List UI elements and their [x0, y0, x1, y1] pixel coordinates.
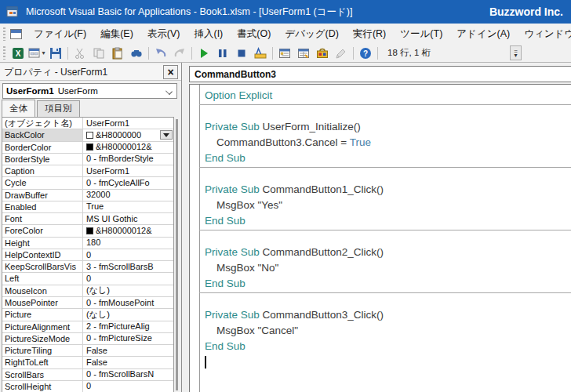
property-row-picturealignment[interactable]: PictureAlignment2 - fmPictureAlig — [2, 321, 173, 333]
code-line: Private Sub CommandButton1_Click() — [200, 182, 571, 198]
toolbar-button-help[interactable]: ? — [356, 45, 375, 61]
property-row-backcolor[interactable]: BackColor&H8000000 — [2, 129, 173, 141]
property-row-picturesizemode[interactable]: PictureSizeMode0 - fmPictureSize — [2, 333, 173, 345]
property-value: 0 - fmMousePoint — [83, 297, 173, 308]
property-value-text: UserForm1 — [86, 118, 129, 129]
toolbar-button-design-mode[interactable] — [251, 45, 270, 61]
menu-item-3[interactable]: 表示(V) — [140, 24, 187, 44]
toolbar-grip[interactable] — [3, 46, 5, 60]
property-name: BorderStyle — [2, 154, 83, 165]
property-name: PictureAlignment — [2, 321, 83, 332]
property-row-helpcontextid[interactable]: HelpContextID0 — [2, 249, 173, 261]
object-selector-name: UserForm1 — [6, 86, 54, 96]
toolbar-separator — [67, 47, 68, 60]
code-window-icon[interactable] — [10, 29, 22, 39]
properties-scrollbar[interactable] — [176, 119, 178, 390]
toolbar-button-paste[interactable] — [108, 45, 127, 61]
property-name: Cycle — [2, 177, 83, 188]
procedure-selector[interactable]: CommandButton3 — [189, 66, 571, 82]
property-row-picturetiling[interactable]: PictureTilingFalse — [2, 345, 173, 357]
property-value-text: 0 - fmCycleAllFo — [86, 178, 150, 188]
property-value: 0 - fmScrollBarsN — [83, 369, 173, 380]
property-row-left[interactable]: Left0 — [2, 273, 173, 285]
property-value: 0 - fmCycleAllFo — [83, 177, 173, 188]
property-row-[interactable]: (オブジェクト名)UserForm1 — [2, 118, 173, 129]
property-row-scrollbars[interactable]: ScrollBars0 - fmScrollBarsN — [2, 369, 173, 381]
svg-text:?: ? — [363, 49, 368, 58]
menu-item-6[interactable]: デバッグ(D) — [278, 24, 346, 44]
toolbar-button-insert-userform[interactable]: ▾ — [27, 45, 46, 61]
break-icon — [216, 47, 229, 60]
run-icon — [198, 47, 210, 60]
property-value: &H80000012& — [83, 225, 173, 236]
property-row-mousepointer[interactable]: MousePointer0 - fmMousePoint — [2, 297, 173, 309]
property-value: MS UI Gothic — [83, 213, 173, 224]
code-token: CommandButton3.Cancel = — [205, 136, 350, 148]
property-name: MousePointer — [2, 297, 83, 308]
property-value-text: 0 — [86, 274, 91, 284]
property-row-forecolor[interactable]: ForeColor&H80000012& — [2, 225, 173, 237]
object-selector[interactable]: UserForm1 UserForm — [2, 83, 177, 99]
property-row-borderstyle[interactable]: BorderStyle0 - fmBorderStyle — [2, 154, 173, 165]
property-row-mouseicon[interactable]: MouseIcon(なし) — [2, 285, 173, 297]
menubar-grip[interactable] — [3, 27, 5, 41]
property-row-enabled[interactable]: EnabledTrue — [2, 201, 173, 213]
title-bar: Microsoft Visual Basic for Applications … — [0, 0, 571, 24]
menu-item-9[interactable]: アドイン(A) — [449, 24, 517, 44]
property-row-cycle[interactable]: Cycle0 - fmCycleAllFo — [2, 177, 173, 189]
properties-header[interactable]: プロパティ - UserForm1 × — [0, 64, 181, 81]
property-value-text: &H8000000 — [96, 130, 141, 140]
property-row-height[interactable]: Height180 — [2, 238, 173, 249]
code-content: Option ExplicitPrivate Sub UserForm_Init… — [200, 85, 571, 392]
toolbar-button-excel[interactable]: X — [9, 45, 27, 61]
toolbar-button-find[interactable] — [127, 45, 146, 61]
property-row-bordercolor[interactable]: BorderColor&H80000012& — [2, 142, 173, 154]
object-selector-type: UserForm — [58, 86, 98, 96]
toolbar-button-break[interactable] — [213, 45, 232, 61]
property-value: 32000 — [83, 190, 173, 201]
toolbar-button-cut[interactable] — [71, 45, 89, 61]
toolbar-button-run[interactable] — [195, 45, 213, 61]
toolbar-button-designer[interactable] — [332, 45, 351, 61]
property-name: MouseIcon — [2, 285, 83, 296]
menu-item-5[interactable]: 書式(O) — [230, 24, 278, 44]
toolbar-button-redo[interactable] — [170, 45, 189, 61]
toolbar-button-copy[interactable] — [89, 45, 108, 61]
code-token: MsgBox "No" — [205, 262, 278, 274]
text-caret — [205, 356, 206, 368]
property-name: KeepScrollBarsVis — [2, 261, 83, 272]
menu-item-7[interactable]: 実行(R) — [346, 24, 393, 44]
property-value-text: MS UI Gothic — [86, 214, 137, 224]
menu-item-10[interactable]: ウィンドウ(W) — [517, 24, 571, 44]
tab-全体[interactable]: 全体 — [2, 100, 35, 117]
property-row-font[interactable]: FontMS UI Gothic — [2, 213, 173, 225]
property-row-keepscrollbarsvis[interactable]: KeepScrollBarsVis3 - fmScrollBarsB — [2, 261, 173, 273]
property-row-caption[interactable]: CaptionUserForm1 — [2, 165, 173, 177]
close-icon[interactable]: × — [163, 65, 178, 79]
toolbar-button-undo[interactable] — [151, 45, 170, 61]
properties-panel: プロパティ - UserForm1 × UserForm1 UserForm 全… — [0, 63, 182, 392]
property-row-righttoleft[interactable]: RightToLeftFalse — [2, 357, 173, 368]
menu-item-4[interactable]: 挿入(I) — [187, 24, 230, 44]
toolbar-button-properties-window[interactable] — [294, 45, 313, 61]
brand-text: Buzzword Inc. — [489, 5, 563, 18]
menu-item-1[interactable]: ファイル(F) — [27, 24, 93, 44]
toolbar-button-toolbox[interactable] — [313, 45, 332, 61]
code-editor[interactable]: Option ExplicitPrivate Sub UserForm_Init… — [189, 84, 571, 392]
property-row-drawbuffer[interactable]: DrawBuffer32000 — [2, 190, 173, 201]
property-name: BackColor — [2, 129, 83, 140]
tab-項目別[interactable]: 項目別 — [37, 100, 80, 117]
property-value: 3 - fmScrollBarsB — [83, 261, 173, 272]
code-token: True — [350, 136, 371, 148]
property-row-picture[interactable]: Picture(なし) — [2, 309, 173, 321]
toolbar-button-save[interactable] — [46, 45, 65, 61]
toolbar-options-button[interactable]: =▾ — [510, 45, 522, 60]
toolbar-button-reset[interactable] — [232, 45, 251, 61]
toolbar-button-project-explorer[interactable] — [275, 45, 294, 61]
menu-item-2[interactable]: 編集(E) — [93, 24, 140, 44]
copy-icon — [93, 47, 105, 60]
menu-item-8[interactable]: ツール(T) — [393, 24, 449, 44]
code-pane: CommandButton3 Option ExplicitPrivate Su… — [182, 63, 571, 392]
dropdown-arrow-icon[interactable] — [160, 130, 173, 140]
property-row-scrollheight[interactable]: ScrollHeight0 — [2, 381, 173, 392]
